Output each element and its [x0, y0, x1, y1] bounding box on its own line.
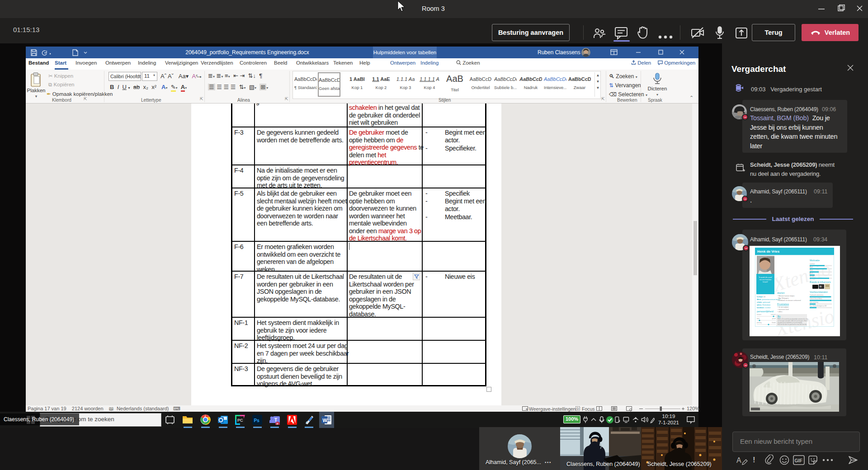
- svg-text:2: 2: [276, 422, 278, 425]
- svg-text:met onze hond door: met onze hond door: [760, 279, 772, 281]
- svg-text:erg goed op zijn medemens en v: erg goed op zijn medemens en van de omga…: [778, 322, 802, 324]
- svg-text:relatie: getrouwd: relatie: getrouwd: [757, 301, 770, 303]
- svg-text:PC: PC: [237, 418, 243, 423]
- svg-text:• App Slimjagers: • App Slimjagers: [778, 297, 789, 299]
- svg-text:Brands & Influencers: Brands & Influencers: [810, 281, 831, 283]
- svg-text:• offers: • offers: [778, 311, 783, 313]
- svg-text:Bio: Bio: [778, 315, 781, 318]
- svg-text:• zandkoek ren besans verbunen: • zandkoek ren besans verbunend: [778, 300, 801, 301]
- svg-text:introvert: introvert: [757, 314, 761, 315]
- svg-text:"Ik wandel elke avond": "Ik wandel elke avond": [759, 277, 772, 278]
- svg-text:adres: Rotterdam: adres: Rotterdam: [757, 304, 770, 306]
- svg-text:D: D: [576, 407, 579, 411]
- svg-text:ver hun eigen voorraden, wilde: ver hun eigen voorraden, wilde een van d…: [778, 320, 808, 322]
- svg-text:leeftijd: 24: leeftijd: 24: [757, 296, 765, 298]
- svg-text:Henk is 24 en werkt bij zijn p: Henk is 24 en werkt bij zijn plaatselijk…: [778, 318, 808, 320]
- svg-text:doelen: doelen: [777, 291, 785, 294]
- svg-text:Henk de Vries: Henk de Vries: [757, 249, 779, 254]
- svg-text:GIF: GIF: [794, 458, 802, 463]
- svg-text:Groei: Groei: [810, 269, 813, 271]
- svg-text:Traditionele advertenties: Traditionele advertenties: [810, 294, 824, 296]
- svg-text:Voorkeurskanalen: Voorkeurskanalen: [810, 291, 828, 293]
- svg-text:Werk: preventiecentrum begel.: Werk: preventiecentrum begel.: [757, 299, 780, 301]
- svg-text:W: W: [323, 418, 328, 423]
- svg-text:extravert: extravert: [771, 314, 776, 315]
- svg-text:flexibel: flexibel: [772, 322, 776, 324]
- svg-text:Motivatie: Motivatie: [810, 259, 820, 262]
- svg-text:Henk wilt dat ieder het goed h: Henk wilt dat ieder het goed heeft en me…: [778, 324, 807, 325]
- svg-text:A: A: [736, 456, 741, 464]
- svg-text:Angst: Angst: [810, 266, 813, 268]
- svg-text:bandaan: crunker: bandaan: crunker: [757, 307, 771, 309]
- svg-text:het park": het park": [763, 281, 768, 283]
- svg-text:voorheid: voorheid: [810, 263, 815, 265]
- svg-text:Ps: Ps: [254, 418, 260, 423]
- svg-text:denk: denk: [757, 318, 760, 320]
- svg-text:• Mensen kunnen helpen: • Mensen kunnen helpen: [778, 295, 794, 297]
- svg-text:Naar Slimheid bridged via SM: Naar Slimheid bridged via SM: [810, 305, 827, 307]
- svg-text:planning: planning: [757, 322, 762, 324]
- svg-text:Frustraties: Frustraties: [777, 303, 789, 306]
- svg-text:T: T: [274, 418, 277, 423]
- svg-text:gevoel: gevoel: [772, 318, 776, 320]
- svg-text:• onzuivere-heid: • onzuivere-heid: [778, 309, 788, 310]
- svg-text:Online & Social Media: Online & Social Media: [810, 298, 822, 300]
- svg-text:persoonlijkheid: persoonlijkheid: [757, 310, 774, 313]
- svg-text:• Je niet oudoen: • Je niet oudoen: [778, 306, 788, 308]
- svg-text:Sociaal: Sociaal: [810, 276, 814, 277]
- svg-text:Macht: Macht: [810, 273, 813, 274]
- svg-text:Gids marketing: Gids marketing: [810, 301, 818, 303]
- svg-text:BI: BI: [820, 285, 822, 288]
